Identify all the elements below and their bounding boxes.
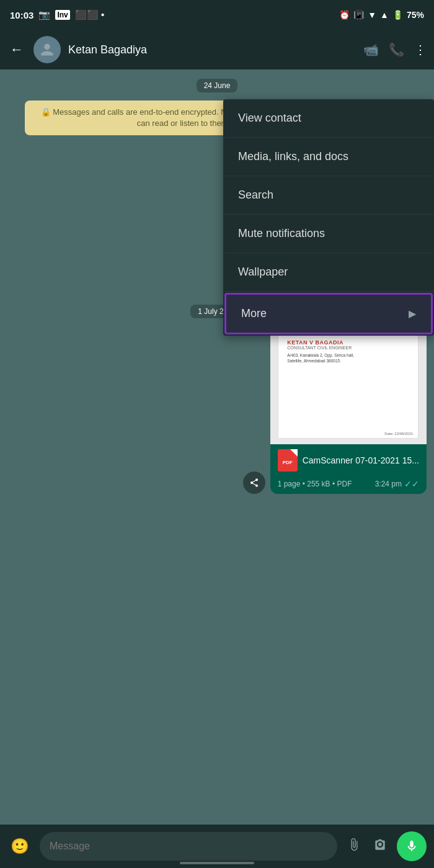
camera-button[interactable] xyxy=(371,835,389,857)
status-instagram-icon: 📷 xyxy=(38,9,50,20)
doc-preview-2: KETAN V BAGADIA CONSULTANT CIVIL ENGINEE… xyxy=(270,326,427,444)
more-options-icon[interactable]: ⋮ xyxy=(414,42,427,57)
doc-title-2: CONSULTANT CIVIL ENGINEER xyxy=(287,346,409,350)
msg-time-2: 3:24 pm ✓✓ xyxy=(375,479,419,489)
back-button[interactable]: ← xyxy=(7,39,26,60)
menu-item-view-contact-label: View contact xyxy=(238,112,301,125)
menu-item-wallpaper-label: Wallpaper xyxy=(238,266,288,279)
call-icon[interactable]: 📞 xyxy=(389,42,404,57)
status-bar: 10:03 📷 Inv ⬛⬛ • ⏰ 📳 ▼ ▲ 🔋 75% xyxy=(0,0,434,30)
battery-icon: 🔋 xyxy=(392,10,403,20)
menu-item-media-links-docs-label: Media, links, and docs xyxy=(238,150,348,163)
menu-item-mute-notifications-label: Mute notifications xyxy=(238,227,325,240)
status-inv-icon: Inv xyxy=(55,10,69,20)
double-tick-2: ✓✓ xyxy=(404,479,419,489)
header-icons: 📹 📞 ⋮ xyxy=(363,42,427,57)
video-call-icon[interactable]: 📹 xyxy=(363,42,379,57)
contact-name[interactable]: Ketan Bagadiya xyxy=(68,43,356,56)
status-bar-right: ⏰ 📳 ▼ ▲ 🔋 75% xyxy=(339,10,424,20)
menu-item-media-links-docs[interactable]: Media, links, and docs xyxy=(223,138,434,176)
contact-avatar[interactable] xyxy=(33,36,61,63)
battery-percent: 75% xyxy=(407,10,424,20)
menu-item-mute-notifications[interactable]: Mute notifications xyxy=(223,215,434,253)
chevron-right-icon: ▶ xyxy=(409,308,416,320)
doc-meta-2: 1 page • 255 kB • PDF xyxy=(278,480,352,488)
doc-preview-content-2: KETAN V BAGADIA CONSULTANT CIVIL ENGINEE… xyxy=(278,333,418,439)
status-bar-left: 10:03 📷 Inv ⬛⬛ • xyxy=(10,9,104,20)
menu-item-search-label: Search xyxy=(238,189,273,202)
home-indicator xyxy=(180,862,254,864)
doc-footer-2: PDF CamScanner 07-01-2021 15... xyxy=(270,444,427,477)
wifi-icon: ▼ xyxy=(368,10,376,20)
chat-header: ← Ketan Bagadiya 📹 📞 ⋮ xyxy=(0,30,434,69)
menu-item-more[interactable]: More ▶ xyxy=(224,293,433,334)
status-icons: ⬛⬛ • xyxy=(75,9,104,20)
doc-date-2: Date: 22/06/2021 xyxy=(384,432,413,436)
doc-name-2: CamScanner 07-01-2021 15... xyxy=(303,455,419,465)
context-menu: View contact Media, links, and docs Sear… xyxy=(223,99,434,336)
signal-icon: ▲ xyxy=(380,10,389,20)
emoji-button[interactable]: 🙂 xyxy=(7,834,32,859)
doc-address-2: A/403, Kanakkala 2, Opp. Simca hall, Sat… xyxy=(287,352,409,364)
chat-area: 24 June 🔒 Messages and calls are end-to-… xyxy=(0,69,434,825)
message-bubble-2[interactable]: KETAN V BAGADIA CONSULTANT CIVIL ENGINEE… xyxy=(270,326,427,494)
menu-item-wallpaper[interactable]: Wallpaper xyxy=(223,253,434,292)
pdf-icon-2: PDF xyxy=(278,449,298,472)
mic-button[interactable] xyxy=(397,831,427,861)
attach-button[interactable] xyxy=(345,835,363,857)
menu-item-search[interactable]: Search xyxy=(223,176,434,215)
message-input[interactable] xyxy=(40,832,337,861)
doc-company-name-2: KETAN V BAGADIA xyxy=(287,339,409,346)
date-badge-1: 24 June xyxy=(0,79,434,91)
menu-item-more-label: More xyxy=(241,307,267,320)
status-time: 10:03 xyxy=(10,10,33,20)
share-button-2[interactable] xyxy=(243,472,265,494)
message-footer-2: 1 page • 255 kB • PDF 3:24 pm ✓✓ xyxy=(270,477,427,494)
message-2-wrap: KETAN V BAGADIA CONSULTANT CIVIL ENGINEE… xyxy=(7,326,427,494)
alarm-icon: ⏰ xyxy=(339,10,350,20)
vibrate-icon: 📳 xyxy=(353,10,364,20)
menu-item-view-contact[interactable]: View contact xyxy=(223,99,434,138)
